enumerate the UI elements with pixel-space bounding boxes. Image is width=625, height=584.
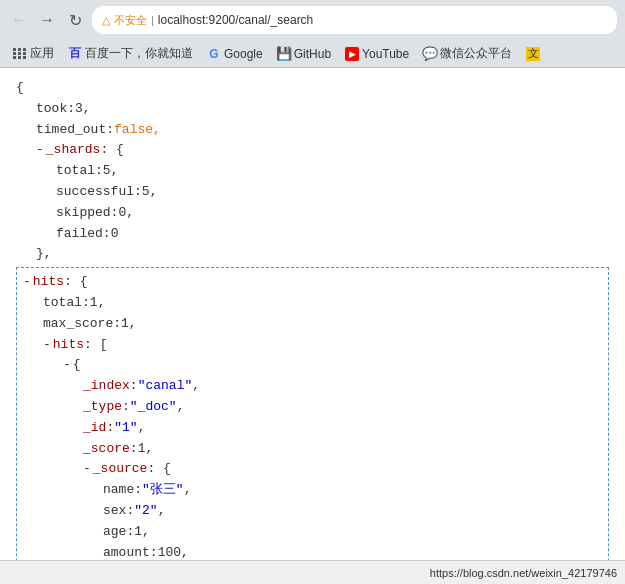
browser-chrome: ← → ↻ △ 不安全 | 应用 百 百度一下，你就知道 <box>0 0 625 68</box>
security-icon: △ <box>102 14 110 27</box>
nav-bar: ← → ↻ △ 不安全 | <box>0 0 625 40</box>
bookmark-wechat[interactable]: 💬 微信公众平台 <box>418 43 517 64</box>
line-hits-total: total: 1, <box>23 293 602 314</box>
line-shards-skipped: skipped: 0, <box>16 203 609 224</box>
line-timed-out: timed_out: false, <box>16 120 609 141</box>
status-url: https://blog.csdn.net/weixin_42179746 <box>430 567 617 579</box>
bookmark-text[interactable]: 文 <box>521 45 545 63</box>
separator: | <box>151 14 154 26</box>
line-source-key: -_source: { <box>23 459 602 480</box>
bookmark-github-label: GitHub <box>294 47 331 61</box>
line-name: name: "张三", <box>23 480 602 501</box>
line-open-brace: { <box>16 78 609 99</box>
bookmark-google-label: Google <box>224 47 263 61</box>
status-bar: https://blog.csdn.net/weixin_42179746 <box>0 560 625 584</box>
bookmark-github[interactable]: 💾 GitHub <box>272 45 336 63</box>
line-took: took: 3, <box>16 99 609 120</box>
google-icon: G <box>207 47 221 61</box>
baidu-icon: 百 <box>68 47 82 61</box>
youtube-icon: ▶ <box>345 47 359 61</box>
address-input[interactable] <box>158 13 607 27</box>
bookmarks-bar: 应用 百 百度一下，你就知道 G Google 💾 GitHub ▶ YouTu… <box>0 40 625 68</box>
line-hits-max-score: max_score: 1, <box>23 314 602 335</box>
line-hits-item-open: -{ <box>23 355 602 376</box>
grid-icon <box>13 47 27 61</box>
bookmark-baidu-label: 百度一下，你就知道 <box>85 45 193 62</box>
bookmark-baidu[interactable]: 百 百度一下，你就知道 <box>63 43 198 64</box>
forward-button[interactable]: → <box>36 9 58 31</box>
line-score: _score: 1, <box>23 439 602 460</box>
github-icon: 💾 <box>277 47 291 61</box>
wechat-icon: 💬 <box>423 47 437 61</box>
line-shards-failed: failed: 0 <box>16 224 609 245</box>
address-bar[interactable]: △ 不安全 | <box>92 6 617 34</box>
line-hits-array: -hits: [ <box>23 335 602 356</box>
back-button[interactable]: ← <box>8 9 30 31</box>
line-shards-successful: successful: 5, <box>16 182 609 203</box>
line-shards-total: total: 5, <box>16 161 609 182</box>
bookmark-wechat-label: 微信公众平台 <box>440 45 512 62</box>
bookmark-apps-label: 应用 <box>30 45 54 62</box>
hits-box: -hits: { total: 1, max_score: 1, -hits: … <box>16 267 609 560</box>
reload-button[interactable]: ↻ <box>64 9 86 31</box>
line-sex: sex: "2", <box>23 501 602 522</box>
line-age: age: 1, <box>23 522 602 543</box>
line-amount: amount: 100, <box>23 543 602 560</box>
bookmark-youtube-label: YouTube <box>362 47 409 61</box>
bookmark-google[interactable]: G Google <box>202 45 268 63</box>
line-shards: -_shards: { <box>16 140 609 161</box>
security-label: 不安全 <box>114 13 147 28</box>
page-content: { took: 3, timed_out: false, -_shards: {… <box>0 68 625 560</box>
bookmark-apps[interactable]: 应用 <box>8 43 59 64</box>
line-shards-close: }, <box>16 244 609 265</box>
line-id: _id: "1", <box>23 418 602 439</box>
line-type: _type: "_doc", <box>23 397 602 418</box>
line-hits-key: -hits: { <box>23 272 602 293</box>
text-icon: 文 <box>526 47 540 61</box>
bookmark-youtube[interactable]: ▶ YouTube <box>340 45 414 63</box>
line-index: _index: "canal", <box>23 376 602 397</box>
